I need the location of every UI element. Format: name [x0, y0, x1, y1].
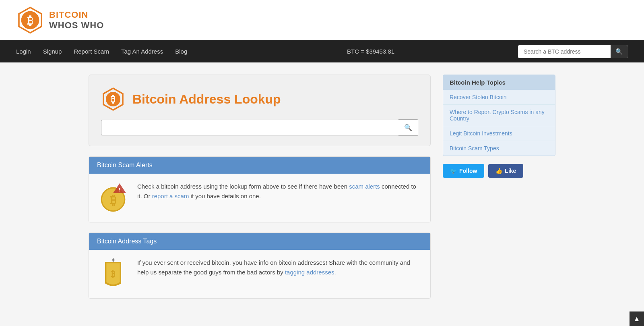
logo-title-line1: BITCOIN	[49, 10, 104, 20]
tag-address-link[interactable]: Tag An Address	[121, 48, 163, 55]
address-tags-header: Bitcoin Address Tags	[89, 233, 430, 250]
blog-link[interactable]: Blog	[175, 48, 187, 55]
report-scam-text-link[interactable]: report a scam	[152, 193, 189, 199]
svg-text:₿: ₿	[110, 193, 116, 207]
twitter-follow-button[interactable]: 🐦 Follow	[443, 164, 484, 178]
center-panel: ₿ Bitcoin Address Lookup 12t9YDPgwueZ9Ny…	[89, 75, 431, 309]
legit-bitcoin-investments-link[interactable]: Legit Bitcoin Investments	[443, 126, 555, 141]
svg-text:₿: ₿	[111, 269, 115, 279]
lookup-input-row: 12t9YDPgwueZ9NyMgw519p7AA8isjr6SMw 🔍	[101, 119, 418, 136]
facebook-icon: 👍	[495, 168, 502, 174]
btc-address-input[interactable]: 12t9YDPgwueZ9NyMgw519p7AA8isjr6SMw	[101, 120, 398, 135]
scam-alerts-text: Check a bitcoin address using the lookup…	[137, 182, 422, 201]
tagging-addresses-link[interactable]: tagging addresses.	[285, 269, 336, 276]
address-tags-text: If you ever sent or received bitcoin, yo…	[137, 258, 422, 277]
where-to-report-crypto-scams-link[interactable]: Where to Report Crypto Scams in any Coun…	[443, 105, 555, 126]
svg-text:₿: ₿	[111, 94, 116, 104]
help-topics: Bitcoin Help Topics Recover Stolen Bitco…	[443, 75, 555, 156]
scam-alerts-header: Bitcoin Scam Alerts	[89, 157, 430, 174]
address-tags-icon: ₿	[97, 258, 129, 290]
help-topics-header: Bitcoin Help Topics	[443, 75, 555, 90]
scroll-to-top-button[interactable]: ▲	[630, 311, 644, 321]
facebook-like-label: Like	[505, 168, 516, 174]
login-link[interactable]: Login	[16, 48, 31, 55]
svg-text:!: !	[119, 187, 120, 193]
scam-alerts-link[interactable]: scam alerts	[349, 183, 380, 190]
btc-address-search-button[interactable]: 🔍	[398, 119, 418, 136]
right-sidebar: Bitcoin Help Topics Recover Stolen Bitco…	[443, 75, 555, 309]
lookup-header: ₿ Bitcoin Address Lookup	[101, 87, 418, 111]
btc-price: BTC = $39453.81	[223, 48, 518, 55]
scam-alerts-card: Bitcoin Scam Alerts ₿ ! Check a bitcoin …	[89, 156, 431, 222]
twitter-icon: 🐦	[450, 168, 457, 174]
address-tags-card: Bitcoin Address Tags ₿ If you ever sent …	[89, 233, 431, 299]
logo-area: ₿ BITCOIN WHOS WHO	[0, 0, 644, 40]
logo-title-line2: WHOS WHO	[49, 20, 104, 31]
lookup-box: ₿ Bitcoin Address Lookup 12t9YDPgwueZ9Ny…	[89, 75, 431, 146]
search-button[interactable]: 🔍	[611, 45, 628, 58]
social-buttons: 🐦 Follow 👍 Like	[443, 164, 555, 178]
main-content: ₿ Bitcoin Address Lookup 12t9YDPgwueZ9Ny…	[80, 75, 564, 309]
bitcoin-scam-types-link[interactable]: Bitcoin Scam Types	[443, 141, 555, 156]
help-topics-list: Recover Stolen Bitcoin Where to Report C…	[443, 90, 555, 156]
signup-link[interactable]: Signup	[43, 48, 62, 55]
recover-stolen-bitcoin-link[interactable]: Recover Stolen Bitcoin	[443, 90, 555, 105]
report-scam-link[interactable]: Report Scam	[74, 48, 109, 55]
address-tags-body: ₿ If you ever sent or received bitcoin, …	[89, 250, 430, 298]
twitter-follow-label: Follow	[459, 168, 477, 174]
navbar: Login Signup Report Scam Tag An Address …	[0, 40, 644, 62]
logo-text: BITCOIN WHOS WHO	[49, 10, 104, 31]
facebook-like-button[interactable]: 👍 Like	[488, 164, 523, 178]
lookup-title: Bitcoin Address Lookup	[132, 92, 281, 107]
btc-hex-icon: ₿	[101, 87, 125, 111]
logo-icon: ₿	[16, 6, 44, 34]
scam-alerts-icon: ₿ !	[97, 182, 129, 214]
search-input[interactable]	[518, 46, 611, 58]
scam-alerts-body: ₿ ! Check a bitcoin address using the lo…	[89, 174, 430, 222]
svg-text:₿: ₿	[27, 15, 33, 27]
search-bar: 🔍	[518, 45, 628, 58]
